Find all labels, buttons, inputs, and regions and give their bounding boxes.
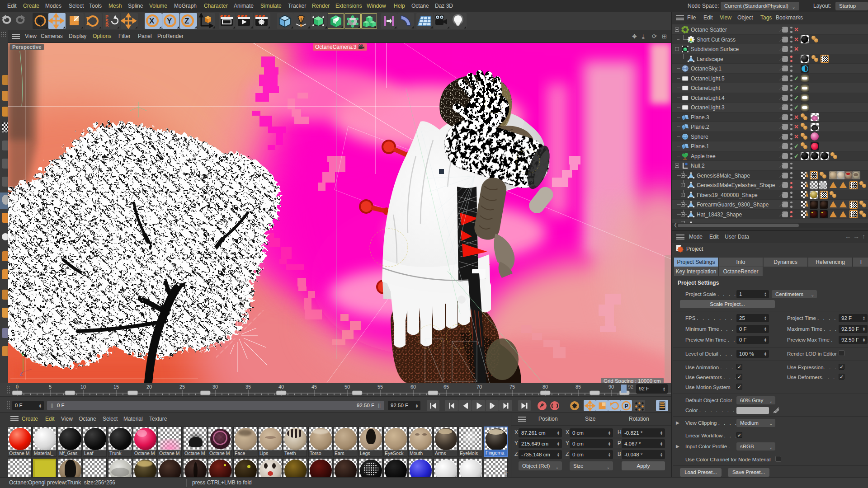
svg-text:P: P <box>625 403 628 409</box>
svg-text:50: 50 <box>344 384 350 389</box>
svg-text:90: 90 <box>609 384 614 389</box>
svg-text:25: 25 <box>179 384 185 389</box>
svg-text:5: 5 <box>49 384 52 389</box>
svg-text:10: 10 <box>80 384 86 389</box>
svg-text:80: 80 <box>542 384 548 389</box>
svg-text:35: 35 <box>245 384 251 389</box>
svg-text:92: 92 <box>628 384 633 389</box>
svg-text:40: 40 <box>278 384 284 389</box>
svg-text:15: 15 <box>113 384 119 389</box>
svg-text:55: 55 <box>377 384 383 389</box>
svg-text:Z: Z <box>184 17 189 25</box>
svg-text:R: R <box>105 23 109 28</box>
svg-text:75: 75 <box>509 384 515 389</box>
svg-text:Y: Y <box>167 17 172 25</box>
svg-text:20: 20 <box>146 384 152 389</box>
svg-text:45: 45 <box>311 384 317 389</box>
svg-text:0: 0 <box>16 384 19 389</box>
svg-text:30: 30 <box>212 384 218 389</box>
svg-text:85: 85 <box>576 384 581 389</box>
svg-text:Y: Y <box>21 352 24 357</box>
svg-text:60: 60 <box>410 384 416 389</box>
svg-text:70: 70 <box>476 384 482 389</box>
svg-text:X: X <box>149 17 155 25</box>
svg-text:Z: Z <box>20 371 23 376</box>
svg-text:65: 65 <box>443 384 449 389</box>
